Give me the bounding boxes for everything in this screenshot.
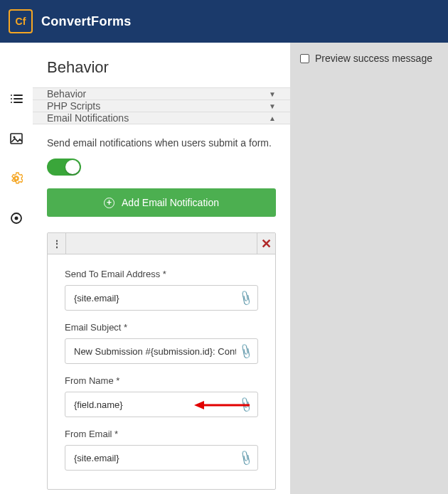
send-to-label: Send To Email Address *: [65, 269, 258, 279]
from-name-label: From Name *: [65, 375, 258, 386]
accordion-email-label: Email Notifications: [47, 112, 129, 124]
email-toggle[interactable]: [47, 159, 81, 176]
preview-pane: Preview success message: [290, 43, 448, 494]
chevron-down-icon: ▼: [269, 102, 276, 110]
email-note: Send email notifications when users subm…: [47, 137, 276, 149]
card-body: Send To Email Address * 📎 Email Subject …: [48, 254, 275, 489]
gear-icon[interactable]: [10, 172, 23, 185]
accordion-email[interactable]: Email Notifications ▲: [33, 112, 290, 124]
chevron-up-icon: ▲: [269, 114, 276, 122]
from-name-input[interactable]: [65, 392, 258, 417]
brand-name: ConvertForms: [41, 14, 132, 29]
email-section-body: Send email notifications when users subm…: [33, 124, 290, 494]
workspace: Behavior Behavior ▼ PHP Scripts ▼ Email …: [0, 43, 448, 494]
toggle-knob: [65, 160, 80, 174]
send-to-input[interactable]: [65, 285, 258, 311]
svg-rect-6: [11, 134, 22, 144]
field-from-name: From Name * 📎: [65, 375, 258, 417]
list-icon[interactable]: [10, 92, 23, 105]
more-options-button[interactable]: ⋮: [48, 233, 66, 254]
subject-input[interactable]: [65, 338, 258, 364]
preview-success-label: Preview success message: [315, 53, 432, 64]
field-from-email: From Email * 📎: [65, 429, 258, 471]
panel-title: Behavior: [33, 43, 290, 88]
field-send-to: Send To Email Address * 📎: [65, 269, 258, 311]
from-email-input[interactable]: [65, 445, 258, 471]
settings-panel: Behavior Behavior ▼ PHP Scripts ▼ Email …: [33, 43, 290, 494]
accordion-behavior-label: Behavior: [47, 88, 86, 100]
svg-point-8: [15, 177, 18, 180]
logo-icon: Cf: [9, 9, 33, 33]
image-icon[interactable]: [10, 132, 23, 145]
accordion-behavior[interactable]: Behavior ▼: [33, 87, 290, 100]
card-toolbar: ⋮ ✕: [48, 233, 275, 254]
sidebar-iconbar: [0, 43, 33, 494]
accordion-php-label: PHP Scripts: [47, 100, 100, 112]
notification-card: ⋮ ✕ Send To Email Address * 📎 Email Subj…: [47, 232, 276, 490]
add-email-notification-button[interactable]: + Add Email Notification: [47, 188, 276, 217]
preview-success-checkbox-row[interactable]: Preview success message: [300, 53, 438, 64]
accordion-php[interactable]: PHP Scripts ▼: [33, 100, 290, 112]
svg-point-3: [11, 95, 12, 96]
add-email-label: Add Email Notification: [122, 197, 219, 208]
top-bar: Cf ConvertForms: [0, 0, 448, 43]
svg-point-5: [11, 102, 12, 103]
svg-point-4: [11, 98, 12, 100]
close-card-button[interactable]: ✕: [257, 233, 275, 254]
from-email-label: From Email *: [65, 429, 258, 439]
field-subject: Email Subject * 📎: [65, 322, 258, 364]
svg-point-10: [15, 217, 18, 220]
chevron-down-icon: ▼: [269, 90, 276, 98]
checkbox-icon[interactable]: [300, 54, 309, 63]
target-icon[interactable]: [10, 212, 23, 225]
subject-label: Email Subject *: [65, 322, 258, 333]
plus-circle-icon: +: [104, 198, 114, 208]
